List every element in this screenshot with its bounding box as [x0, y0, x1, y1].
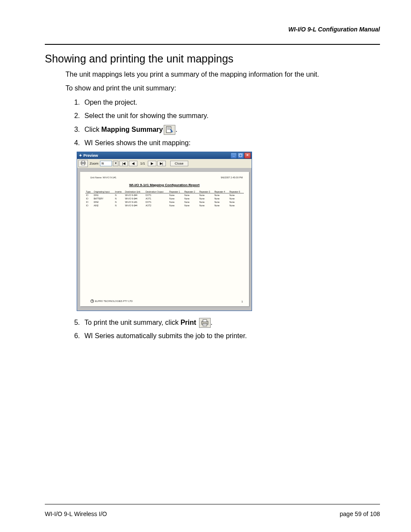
doc-header: WI-I/O 9-L Configuration Manual: [288, 26, 380, 33]
intro-paragraph-2: To show and print the unit summary:: [65, 83, 380, 93]
cell-inv: N: [114, 204, 124, 207]
preview-canvas: Unit Name: WI-I/O 9-1#1 9/6/2007 2:45:00…: [77, 168, 252, 311]
footer-page-total: 108: [370, 510, 380, 517]
report-footer-right: 1: [241, 300, 243, 303]
toolbar-print-button[interactable]: [78, 160, 88, 167]
cell-destu: WI-I/O 9-3#4: [124, 204, 145, 207]
col-desto: Destination Output: [145, 190, 168, 193]
table-header-row: Type Originating Input Inverte Destinati…: [85, 190, 244, 193]
cell-r3: None: [199, 204, 214, 207]
zoom-input[interactable]: [100, 161, 112, 166]
window-close-button[interactable]: ×: [244, 152, 251, 159]
col-type: Type: [85, 190, 93, 193]
table-row: IODIN1NWI-I/O 9-3#4DOT1NoneNoneNoneNoneN…: [85, 193, 244, 197]
cell-destu: WI-I/O 9-3#4: [124, 197, 145, 200]
cell-r2: None: [184, 193, 199, 197]
cell-r3: None: [199, 193, 214, 197]
zoom-label: Zoom: [90, 162, 98, 165]
table-row: IOAIN2NWI-I/O 9-3#4AOT2NoneNoneNoneNoneN…: [85, 204, 244, 207]
col-r2: Repeater 2: [184, 190, 199, 193]
nav-next-button[interactable]: ▶: [148, 161, 156, 166]
cell-r2: None: [184, 200, 199, 204]
col-r3: Repeater 3: [199, 190, 214, 193]
cell-inv: N: [114, 200, 124, 204]
zoom-dropdown-button[interactable]: ▾: [113, 161, 118, 166]
cell-r3: None: [199, 197, 214, 200]
cell-inv: N: [114, 193, 124, 197]
step-1: Open the project.: [82, 97, 380, 108]
cell-r4: None: [214, 197, 229, 200]
mapping-summary-icon: [164, 125, 175, 135]
cell-orig: AIN2: [93, 204, 114, 207]
step-5: To print the unit summary, click Print .: [82, 317, 380, 328]
step-5-prefix: To print the unit summary, click: [84, 319, 181, 326]
step-3-command: Mapping Summary: [101, 126, 163, 133]
cell-r3: None: [199, 200, 214, 204]
col-destu: Destination Unit: [124, 190, 145, 193]
preview-close-button[interactable]: Close: [170, 161, 188, 166]
cell-desto: AOT2: [145, 204, 168, 207]
step-3-suffix: .: [175, 126, 177, 133]
cell-type: IO: [85, 197, 93, 200]
print-icon: [199, 318, 211, 328]
cell-r1: None: [168, 197, 184, 200]
cell-r5: None: [229, 193, 244, 197]
cell-r4: None: [214, 204, 229, 207]
cell-type: IO: [85, 200, 93, 204]
section-heading: Showing and printing the unit mappings: [45, 53, 380, 65]
preview-title-icon: ✦ Preview: [79, 153, 98, 158]
header-rule: [45, 44, 380, 45]
cell-orig: DIN2: [93, 200, 114, 204]
nav-last-button[interactable]: ▶|: [157, 161, 166, 166]
footer-rule: [45, 504, 380, 504]
window-maximize-button[interactable]: ▢: [237, 152, 244, 159]
report-footer-left: ELPRO TECHNOLOGIES PTY LTD: [90, 299, 133, 303]
svg-rect-11: [203, 324, 206, 324]
table-row: IOBATTERYNWI-I/O 9-3#4AOT1NoneNoneNoneNo…: [85, 197, 244, 200]
footer-page-mid: of: [361, 510, 370, 517]
preview-titlebar: ✦ Preview _ ▢ ×: [77, 152, 252, 159]
cell-r5: None: [229, 204, 244, 207]
report-title: WI-I/O 9-1#1 Mapping Configuration Repor…: [85, 183, 244, 187]
svg-rect-9: [203, 320, 207, 322]
nav-prev-button[interactable]: ◀: [129, 161, 137, 166]
cell-r5: None: [229, 200, 244, 204]
cell-desto: DOT1: [145, 200, 168, 204]
page-counter: 1/1: [138, 162, 146, 165]
cell-r2: None: [184, 204, 199, 207]
report-page: Unit Name: WI-I/O 9-1#1 9/6/2007 2:45:00…: [80, 172, 249, 306]
cell-destu: WI-I/O 9-1#1: [124, 200, 145, 204]
footer-page-prefix: page: [340, 510, 355, 517]
footer-right: page 59 of 108: [340, 510, 380, 517]
step-6: WI Series automatically submits the job …: [82, 330, 380, 342]
preview-title-text: Preview: [84, 153, 98, 158]
cell-type: IO: [85, 193, 93, 197]
cell-orig: DIN1: [93, 193, 114, 197]
footer-page-current: 59: [355, 510, 362, 517]
col-r4: Repeater 4: [214, 190, 229, 193]
step-5-command: Print: [181, 319, 196, 326]
cell-orig: BATTERY: [93, 197, 114, 200]
cell-r4: None: [214, 193, 229, 197]
cell-r1: None: [168, 200, 184, 204]
cell-desto: DOT1: [145, 193, 168, 197]
report-meta-right: 9/6/2007 2:45:00 PM: [221, 176, 243, 179]
step-3-prefix: Click: [84, 126, 101, 133]
svg-rect-12: [203, 325, 206, 325]
report-table: Type Originating Input Inverte Destinati…: [85, 190, 244, 207]
col-orig: Originating Input: [93, 190, 114, 193]
col-inv: Inverte: [114, 190, 124, 193]
window-minimize-button[interactable]: _: [230, 152, 237, 159]
cell-r2: None: [184, 197, 199, 200]
cell-r5: None: [229, 197, 244, 200]
svg-rect-1: [167, 128, 170, 128]
cell-type: IO: [85, 204, 93, 207]
report-footer-left-text: ELPRO TECHNOLOGIES PTY LTD: [95, 300, 133, 302]
logo-icon: [90, 299, 94, 303]
nav-first-button[interactable]: |◀: [119, 161, 128, 166]
cell-destu: WI-I/O 9-3#4: [124, 193, 145, 197]
cell-r1: None: [168, 193, 184, 197]
col-r1: Repeater 1: [168, 190, 184, 193]
col-r5: Repeater 5: [229, 190, 244, 193]
cell-r1: None: [168, 204, 184, 207]
